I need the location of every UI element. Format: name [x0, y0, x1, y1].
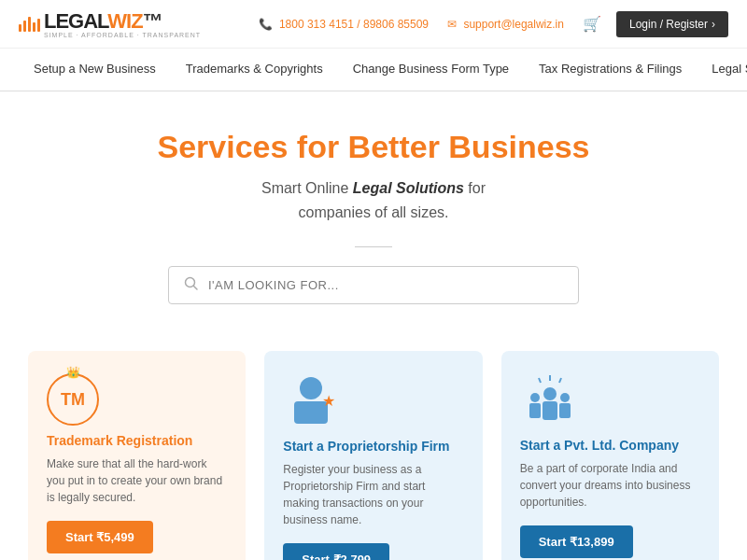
trademark-desc: Make sure that all the hard-work you put… [47, 455, 227, 506]
email-icon: ✉ [447, 18, 457, 31]
top-right-controls: 📞 1800 313 4151 / 89806 85509 ✉ support@… [259, 11, 728, 37]
phone-info: 📞 1800 313 4151 / 89806 85509 [259, 18, 433, 31]
hero-section: Services for Better Business Smart Onlin… [0, 91, 747, 332]
hero-subtitle: Smart Online Legal Solutions forcompanie… [19, 176, 728, 224]
trademark-card: 👑 TM Trademark Registration Make sure th… [28, 351, 246, 560]
search-bar [168, 266, 579, 304]
logo-legal-text: LEGALWIZ™ [44, 9, 162, 34]
nav-item-setup[interactable]: Setup a New Business [19, 49, 171, 91]
login-button[interactable]: Login / Register › [616, 11, 728, 37]
nav-item-legal[interactable]: Legal Services [697, 49, 747, 91]
search-icon [184, 276, 199, 294]
svg-rect-11 [529, 403, 541, 418]
pvtltd-icon [520, 373, 700, 428]
svg-line-1 [194, 287, 198, 290]
pvtltd-card: Start a Pvt. Ltd. Company Be a part of c… [501, 351, 719, 560]
main-nav: Setup a New Business Trademarks & Copyri… [0, 49, 747, 91]
topbar: LEGALWIZ™ SIMPLE · AFFORDABLE · TRANSPAR… [0, 0, 747, 49]
svg-point-2 [300, 377, 322, 399]
email-info: ✉ support@legalwiz.in [447, 18, 568, 31]
logo-bars-icon [19, 17, 40, 32]
hero-title: Services for Better Business [19, 129, 728, 165]
cart-icon[interactable]: 🛒 [583, 15, 601, 33]
tm-icon: 👑 TM [47, 373, 99, 426]
proprietor-icon: ★ [283, 373, 339, 429]
logo[interactable]: LEGALWIZ™ SIMPLE · AFFORDABLE · TRANSPAR… [19, 9, 201, 38]
pvtltd-cta-button[interactable]: Start ₹13,899 [520, 525, 633, 558]
phone-icon: 📞 [259, 18, 273, 31]
proprietorship-card: ★ Start a Proprietorship Firm Register y… [264, 351, 482, 560]
proprietorship-cta-button[interactable]: Start ₹2,799 [283, 543, 389, 560]
svg-line-7 [559, 378, 561, 383]
pvtltd-title: Start a Pvt. Ltd. Company [520, 438, 700, 453]
proprietorship-desc: Register your business as a Proprietorsh… [283, 461, 463, 528]
crown-icon: 👑 [66, 366, 80, 379]
search-input[interactable] [208, 278, 563, 292]
svg-rect-9 [543, 401, 557, 420]
svg-point-8 [543, 387, 557, 400]
svg-rect-13 [559, 403, 571, 418]
hero-divider [355, 246, 392, 247]
svg-line-6 [539, 378, 541, 383]
cards-section: 👑 TM Trademark Registration Make sure th… [0, 332, 747, 560]
svg-point-12 [560, 393, 570, 402]
svg-point-10 [530, 393, 540, 402]
nav-item-trademarks[interactable]: Trademarks & Copyrights [171, 49, 338, 91]
pvtltd-desc: Be a part of corporate India and convert… [520, 460, 700, 511]
svg-text:★: ★ [322, 393, 335, 409]
trademark-title: Trademark Registration [47, 433, 227, 448]
trademark-cta-button[interactable]: Start ₹5,499 [47, 521, 153, 553]
nav-item-tax[interactable]: Tax Registrations & Filings [524, 49, 697, 91]
proprietorship-title: Start a Proprietorship Firm [283, 439, 463, 454]
nav-item-change[interactable]: Change Business Form Type [338, 49, 524, 91]
logo-subtitle: SIMPLE · AFFORDABLE · TRANSPARENT [44, 32, 201, 38]
